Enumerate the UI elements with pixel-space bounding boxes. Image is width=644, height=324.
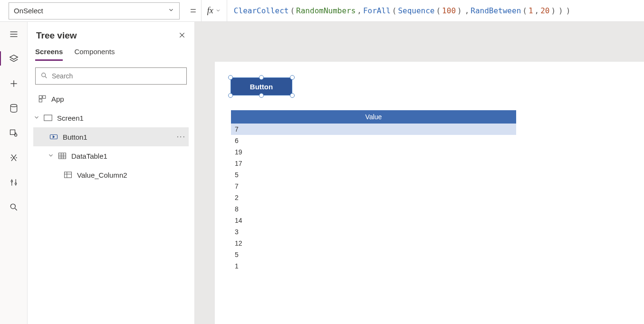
table-row[interactable]: 2: [231, 192, 516, 203]
tree-view-panel: Tree view Screens Components App Screen1: [28, 22, 195, 324]
tree-item-button1[interactable]: Button1 ···: [33, 127, 189, 146]
svg-rect-22: [44, 115, 52, 121]
tree-item-value-column[interactable]: Value_Column2: [33, 165, 189, 184]
insert-icon[interactable]: [8, 78, 19, 89]
svg-rect-19: [39, 95, 42, 98]
table-cell: 5: [231, 169, 516, 181]
chevron-down-icon[interactable]: [33, 114, 40, 122]
tree-search[interactable]: [35, 67, 187, 85]
search-icon[interactable]: [8, 201, 19, 213]
table-cell: 17: [231, 158, 516, 169]
tab-screens[interactable]: Screens: [35, 48, 63, 61]
canvas-screen[interactable]: Button Value 76191757281431251: [215, 62, 644, 324]
table-row[interactable]: 7: [231, 124, 516, 135]
table-row[interactable]: 19: [231, 146, 516, 158]
tree-view-title: Tree view: [36, 30, 77, 41]
close-icon[interactable]: [178, 31, 186, 40]
table-cell: 5: [231, 249, 516, 260]
fx-button[interactable]: fx: [201, 0, 227, 21]
tab-components[interactable]: Components: [74, 48, 115, 61]
tree-item-label: Button1: [63, 133, 177, 141]
left-rail: [0, 22, 28, 324]
table-row[interactable]: 3: [231, 226, 516, 238]
canvas-area: Button Value 76191757281431251: [195, 22, 644, 324]
chevron-down-icon[interactable]: [48, 152, 54, 160]
svg-rect-7: [10, 130, 15, 134]
canvas-datatable[interactable]: Value 76191757281431251: [231, 110, 516, 272]
selected-control-wrapper: Button: [231, 78, 292, 95]
table-cell: 12: [231, 238, 516, 249]
hamburger-icon[interactable]: [8, 29, 19, 40]
table-row[interactable]: 7: [231, 181, 516, 192]
tree-item-datatable1[interactable]: DataTable1: [33, 146, 189, 165]
column-icon: [62, 171, 74, 179]
tree-item-label: DataTable1: [71, 152, 186, 160]
canvas-button[interactable]: Button: [231, 78, 292, 95]
svg-rect-21: [39, 99, 42, 102]
equals-sign: =: [190, 5, 196, 17]
more-icon[interactable]: ···: [177, 133, 186, 141]
property-dropdown[interactable]: OnSelect: [9, 2, 180, 19]
table-cell: 8: [231, 203, 516, 215]
table-cell: 2: [231, 192, 516, 203]
tree-item-label: Screen1: [57, 114, 186, 122]
svg-point-17: [42, 73, 46, 76]
formula-input[interactable]: ClearCollect( RandomNumbers, ForAll( Seq…: [227, 0, 644, 21]
settings-icon[interactable]: [8, 177, 19, 188]
search-input[interactable]: [52, 72, 182, 80]
svg-line-14: [15, 209, 17, 210]
screen-icon: [42, 114, 54, 121]
media-icon[interactable]: [8, 127, 19, 139]
table-cell: 6: [231, 135, 516, 146]
tree-item-label: Value_Column2: [77, 171, 186, 179]
table-cell: 7: [231, 181, 516, 192]
svg-line-18: [45, 76, 47, 78]
table-row[interactable]: 5: [231, 169, 516, 181]
table-cell: 3: [231, 226, 516, 238]
svg-point-8: [14, 134, 17, 136]
table-icon: [56, 152, 68, 160]
table-row[interactable]: 1: [231, 260, 516, 272]
svg-point-6: [10, 105, 17, 107]
table-row[interactable]: 6: [231, 135, 516, 146]
svg-point-12: [15, 183, 16, 184]
table-header: Value: [231, 110, 516, 124]
tree-view-icon[interactable]: [8, 53, 19, 65]
tree-item-screen1[interactable]: Screen1: [33, 108, 189, 127]
tree-item-app[interactable]: App: [33, 89, 189, 108]
data-icon[interactable]: [8, 103, 19, 114]
chevron-down-icon: [168, 7, 174, 15]
formula-bar: OnSelect = fx ClearCollect( RandomNumber…: [0, 0, 644, 22]
table-cell: 7: [231, 124, 516, 135]
svg-marker-3: [10, 55, 18, 59]
tree-tabs: Screens Components: [33, 48, 189, 61]
tree-item-label: App: [51, 95, 186, 103]
table-cell: 1: [231, 260, 516, 272]
table-cell: 19: [231, 146, 516, 158]
table-cell: 14: [231, 215, 516, 226]
svg-rect-29: [65, 172, 72, 178]
svg-rect-24: [59, 153, 66, 159]
table-row[interactable]: 8: [231, 203, 516, 215]
svg-point-13: [10, 204, 15, 209]
chevron-down-icon: [215, 7, 221, 15]
svg-rect-20: [43, 95, 46, 98]
search-icon: [40, 72, 48, 81]
table-row[interactable]: 17: [231, 158, 516, 169]
table-row[interactable]: 5: [231, 249, 516, 260]
table-row[interactable]: 14: [231, 215, 516, 226]
svg-point-10: [11, 181, 12, 182]
advanced-icon[interactable]: [8, 152, 19, 163]
property-dropdown-value: OnSelect: [14, 7, 43, 15]
table-row[interactable]: 12: [231, 238, 516, 249]
tree: App Screen1 Button1 ··· DataTable1 Value…: [33, 89, 189, 184]
fx-label: fx: [207, 6, 213, 16]
button-icon: [48, 133, 60, 141]
app-icon: [36, 95, 48, 103]
